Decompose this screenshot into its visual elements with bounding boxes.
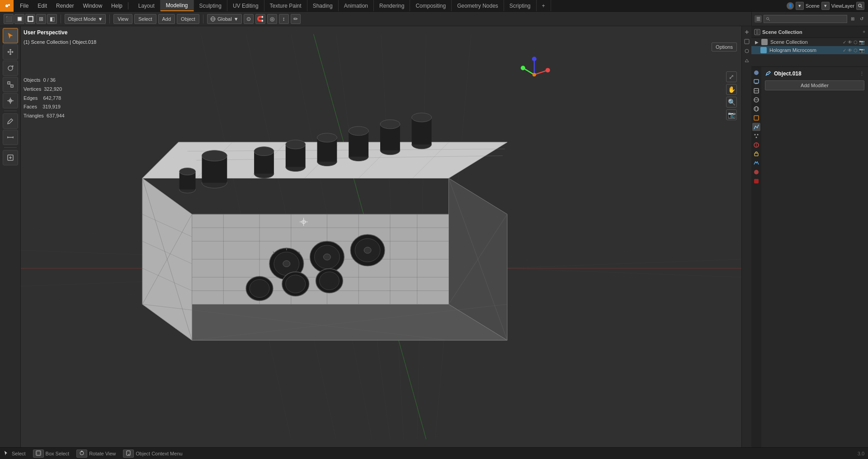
svg-point-93 <box>283 261 290 267</box>
tab-render[interactable] <box>752 69 760 77</box>
tab-layout[interactable]: Layout <box>133 0 160 11</box>
annotation-icon[interactable]: ✏ <box>291 14 301 24</box>
tab-constraints[interactable] <box>752 150 760 158</box>
annotate-tool[interactable] <box>3 113 18 129</box>
tab-material[interactable] <box>752 168 760 176</box>
rotate-label: Rotate View <box>89 451 116 456</box>
toolbar-sep-3 <box>203 14 203 23</box>
tab-output[interactable] <box>752 78 760 86</box>
add-modifier-button[interactable]: Add Modifier <box>765 80 864 90</box>
menu-window[interactable]: Window <box>78 0 107 11</box>
viewport-icon-4[interactable]: ⊞ <box>36 14 46 24</box>
tab-data[interactable] <box>752 159 760 167</box>
select-menu[interactable]: Select <box>134 14 156 24</box>
outliner-menu-btn[interactable]: ☰ <box>755 15 762 23</box>
tab-compositing[interactable]: Compositing <box>410 0 452 11</box>
tab-scripting[interactable]: Scripting <box>504 0 537 11</box>
transform-icon[interactable]: ↕ <box>279 14 289 24</box>
zoom-extents[interactable]: ⤢ <box>726 71 737 82</box>
move-tool[interactable] <box>3 44 18 60</box>
outliner-search-bar[interactable] <box>764 15 847 23</box>
cursor-tool[interactable] <box>3 28 18 43</box>
tab-scene[interactable] <box>752 96 760 104</box>
hologram-visibility-icon[interactable]: 👁 <box>848 48 852 53</box>
viewport-icon-1[interactable]: ⬛ <box>4 14 14 24</box>
rotate-tool[interactable] <box>3 61 18 76</box>
menu-edit[interactable]: Edit <box>33 0 52 11</box>
3d-viewport[interactable]: User Perspective (1) Scene Collection | … <box>21 26 741 447</box>
toolbar-sep-2 <box>109 14 110 23</box>
viewport-controls: ⤢ ✋ 🔍 📷 <box>726 71 737 120</box>
tab-physics[interactable] <box>752 141 760 149</box>
proportional-edit[interactable]: ◎ <box>267 14 277 24</box>
filter-btn[interactable]: ⊞ <box>849 15 856 23</box>
snapping-toggle[interactable]: 🧲 <box>255 14 265 24</box>
mode-dropdown[interactable]: Object Mode ▼ <box>65 14 106 24</box>
exclude-icon[interactable]: ✓ <box>843 40 846 45</box>
hologram-viewport-icon[interactable]: ⬡ <box>854 48 858 53</box>
tab-texture-paint[interactable]: Texture Paint <box>264 0 307 11</box>
add-menu[interactable]: Add <box>158 14 175 24</box>
hologram-render-icon[interactable]: 📷 <box>859 48 864 53</box>
tab-sculpting[interactable]: Sculpting <box>194 0 227 11</box>
view-layer-selector[interactable]: ▼ <box>821 2 830 10</box>
tab-object[interactable] <box>752 114 760 122</box>
viewport-overlay: User Perspective (1) Scene Collection | … <box>24 28 96 47</box>
tab-particles[interactable] <box>752 132 760 140</box>
outliner-scene-collection[interactable]: ▶ Scene Collection ✓ 👁 ⬡ 📷 <box>751 38 868 46</box>
scene-selector[interactable]: ▼ <box>796 2 804 10</box>
viewport-icon[interactable]: ⬡ <box>854 40 858 45</box>
view-layer-name: ViewLayer <box>831 3 854 9</box>
transform-tool[interactable] <box>3 93 18 108</box>
svg-rect-134 <box>754 80 759 83</box>
menu-render[interactable]: Render <box>52 0 78 11</box>
svg-point-69 <box>254 147 274 156</box>
search-btn[interactable] <box>856 2 864 10</box>
tab-add[interactable]: + <box>537 0 551 11</box>
tab-rendering[interactable]: Rendering <box>374 0 410 11</box>
transform-pivot[interactable]: ⊙ <box>244 14 254 24</box>
tab-modifier[interactable] <box>752 123 760 131</box>
outliner-add-btn[interactable]: + <box>863 29 865 34</box>
box-select-key <box>33 450 44 458</box>
visibility-icon[interactable]: 👁 <box>848 40 852 45</box>
side-icon-4[interactable] <box>743 56 751 65</box>
user-avatar: 👤 <box>787 2 794 9</box>
side-icon-2[interactable] <box>743 37 751 46</box>
properties-options-btn[interactable]: ⋮ <box>859 71 864 77</box>
object-menu[interactable]: Object <box>177 14 199 24</box>
camera-view[interactable]: 📷 <box>726 109 737 120</box>
viewport-icon-3[interactable]: 🔳 <box>25 14 35 24</box>
menu-help[interactable]: Help <box>107 0 127 11</box>
tab-shader[interactable] <box>752 177 760 185</box>
tab-animation[interactable]: Animation <box>339 0 374 11</box>
status-bar: Select Box Select Rotate View Object Con… <box>0 447 868 459</box>
side-icon-3[interactable] <box>743 47 751 55</box>
transform-space-dropdown[interactable]: Global ▼ <box>207 14 242 24</box>
hand-tool[interactable]: ✋ <box>726 84 737 95</box>
wrench-icon <box>765 70 771 77</box>
svg-point-106 <box>286 275 306 293</box>
outliner-hologram-microcosm[interactable]: Hologram Microcosm ✓ 👁 ⬡ 📷 <box>751 46 868 54</box>
tab-modeling[interactable]: Modeling <box>160 0 194 11</box>
blender-logo[interactable] <box>0 0 14 12</box>
rotate-key <box>76 450 87 458</box>
hologram-exclude-icon[interactable]: ✓ <box>843 48 846 53</box>
tab-geometry-nodes[interactable]: Geometry Nodes <box>452 0 504 11</box>
tab-uv-editing[interactable]: UV Editing <box>227 0 264 11</box>
zoom-tool[interactable]: 🔍 <box>726 97 737 108</box>
options-button[interactable]: Options <box>712 42 737 52</box>
view-menu[interactable]: View <box>113 14 132 24</box>
tab-world[interactable] <box>752 105 760 113</box>
add-object-tool[interactable] <box>3 150 18 165</box>
viewport-icon-2[interactable]: 🔲 <box>14 14 24 24</box>
measure-tool[interactable] <box>3 130 18 145</box>
menu-file[interactable]: File <box>15 0 33 11</box>
side-icon-1[interactable] <box>743 28 751 36</box>
tab-view-layer[interactable] <box>752 87 760 95</box>
tab-shading[interactable]: Shading <box>307 0 339 11</box>
sync-btn[interactable]: ↺ <box>858 15 865 23</box>
render-icon[interactable]: 📷 <box>859 40 864 45</box>
viewport-icon-5[interactable]: ◧ <box>47 14 57 24</box>
scale-tool[interactable] <box>3 77 18 92</box>
